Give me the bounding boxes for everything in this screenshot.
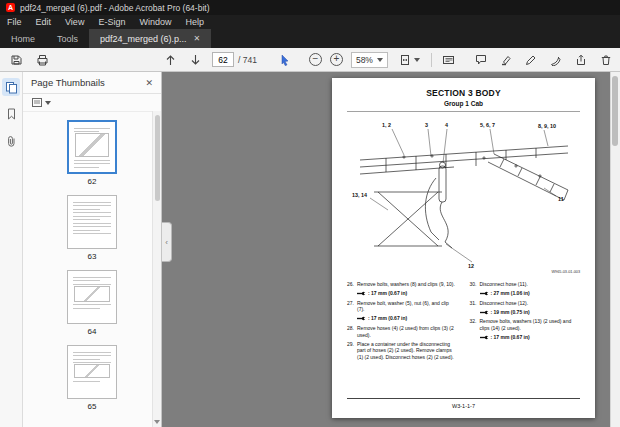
diagram-callout: 12: [468, 263, 474, 269]
spec-text: : 19 mm (0.75 in): [491, 309, 530, 316]
print-icon: [36, 54, 49, 66]
bookmarks-panel-button[interactable]: [2, 105, 20, 123]
pdf-page: SECTION 3 BODY Group 1 Cab: [332, 78, 595, 418]
tab-close-icon[interactable]: ✕: [194, 34, 201, 43]
main-scrollbar[interactable]: [610, 72, 620, 427]
bookmark-icon: [6, 108, 17, 120]
scroll-down-arrow[interactable]: [153, 417, 161, 426]
page-number-input[interactable]: [212, 52, 234, 67]
spec-text: : 17 mm (0.67 in): [368, 290, 407, 297]
instruction-number: 31.: [470, 300, 477, 307]
instruction-item: 30. Disconnect hose (11).: [470, 281, 581, 288]
zoom-level-dropdown[interactable]: 58%: [351, 52, 388, 68]
arrow-up-icon: [165, 54, 176, 66]
thumbnail-page-number: 65: [88, 402, 97, 411]
thumbnail-preview: [67, 345, 117, 399]
instruction-item: 28. Remove hoses (4) (2 used) from clips…: [347, 325, 458, 338]
diagram-callout: 3: [425, 122, 428, 128]
save-button[interactable]: [8, 51, 24, 69]
share-button[interactable]: [573, 51, 589, 69]
wrench-icon: [357, 316, 366, 321]
section-title: SECTION 3 BODY: [332, 78, 595, 98]
zoom-out-button[interactable]: −: [309, 53, 322, 66]
tab-document[interactable]: pdf24_merged (6).p... ✕: [89, 29, 211, 48]
delete-page-button[interactable]: [598, 51, 614, 69]
instruction-item: 27. Remove bolt, washer (5), nut (6), an…: [347, 300, 458, 313]
fit-width-dropdown[interactable]: [399, 51, 420, 69]
menu-file[interactable]: File: [0, 17, 29, 27]
instruction-number: 32.: [470, 318, 477, 325]
thumbnail-options-button[interactable]: [31, 97, 51, 108]
acrobat-logo-icon: A: [6, 3, 15, 12]
instruction-number: 26.: [347, 281, 354, 288]
menu-view[interactable]: View: [58, 17, 91, 27]
panel-scrollbar[interactable]: [152, 111, 161, 427]
thumbnail-page-64[interactable]: 64: [23, 270, 161, 336]
tab-home[interactable]: Home: [0, 29, 46, 48]
zoom-in-button[interactable]: +: [330, 53, 343, 66]
draw-tool-button[interactable]: [523, 51, 539, 69]
page-thumbnails-icon: [5, 81, 18, 94]
window-title: pdf24_merged (6).pdf - Adobe Acrobat Pro…: [20, 3, 209, 13]
trash-icon: [600, 54, 612, 66]
select-tool-button[interactable]: [277, 51, 293, 69]
chevron-down-icon: [377, 58, 383, 62]
instruction-number: 28.: [347, 325, 354, 332]
cursor-icon: [280, 54, 290, 66]
page-display-button[interactable]: [441, 51, 457, 69]
wrench-icon: [480, 310, 489, 315]
diagram-callout: 13, 14: [352, 192, 367, 198]
instruction-body: Disconnect hose (12).: [480, 300, 529, 306]
comment-tool-button[interactable]: [473, 51, 489, 69]
highlight-tool-button[interactable]: [498, 51, 514, 69]
tool-spec: : 27 mm (1.06 in): [480, 290, 581, 297]
instruction-body: Remove bolt, washer (5), nut (6), and cl…: [357, 300, 449, 313]
group-title: Group 1 Cab: [332, 100, 595, 107]
wrench-icon: [480, 335, 489, 340]
sign-tool-button[interactable]: [548, 51, 564, 69]
panel-collapse-handle[interactable]: ‹: [162, 222, 172, 262]
thumbnails-panel-button[interactable]: [2, 78, 20, 96]
save-icon: [10, 54, 22, 66]
tab-tools-label: Tools: [57, 34, 78, 44]
acrobat-window: A pdf24_merged (6).pdf - Adobe Acrobat P…: [0, 0, 620, 427]
panel-scrollbar-thumb[interactable]: [155, 115, 160, 201]
zoom-level-label: 58%: [356, 55, 373, 65]
main-scrollbar-thumb[interactable]: [612, 76, 618, 146]
tab-document-label: pdf24_merged (6).p...: [100, 34, 187, 44]
thumbnail-list: 62 63 64 65: [23, 112, 161, 427]
thumbnail-page-62[interactable]: 62: [23, 120, 161, 186]
attachments-panel-button[interactable]: [2, 132, 20, 150]
thumbnail-page-65[interactable]: 65: [23, 345, 161, 411]
tab-tools[interactable]: Tools: [46, 29, 89, 48]
tab-home-label: Home: [11, 34, 35, 44]
panel-close-icon[interactable]: ✕: [145, 78, 153, 88]
menu-window[interactable]: Window: [132, 17, 178, 27]
menu-esign[interactable]: E-Sign: [91, 17, 132, 27]
thumbnail-preview: [67, 195, 117, 249]
menu-help[interactable]: Help: [178, 17, 211, 27]
tab-bar: Home Tools pdf24_merged (6).p... ✕: [0, 29, 620, 48]
paperclip-icon: [6, 135, 17, 148]
page-down-button[interactable]: [187, 51, 203, 69]
instruction-body: Remove hoses (4) (2 used) from clips (3)…: [357, 325, 454, 338]
instructions-left-column: 26. Remove bolts, washers (8) and clips …: [347, 281, 458, 363]
diagram-callout: 1, 2: [382, 122, 391, 128]
page-up-button[interactable]: [162, 51, 178, 69]
thumbnail-page-63[interactable]: 63: [23, 195, 161, 261]
thumbnail-page-number: 64: [88, 327, 97, 336]
menu-edit[interactable]: Edit: [29, 17, 59, 27]
page-thumbnails-panel: Page Thumbnails ✕ 62: [23, 72, 162, 427]
page-total-label: / 741: [238, 55, 257, 65]
main-toolbar: / 741 − + 58%: [0, 48, 620, 72]
print-button[interactable]: [34, 51, 50, 69]
thumbnail-page-number: 62: [88, 177, 97, 186]
reading-mode-icon: [442, 54, 455, 66]
instruction-body: Remove bolts, washers (8) and clips (9, …: [357, 281, 455, 287]
technical-diagram: 1, 2 3 4 5, 6, 7 8, 9, 10 11 13, 14 12 W…: [344, 115, 583, 277]
diagram-callout: 4: [445, 122, 448, 128]
fountain-pen-icon: [550, 54, 562, 66]
tool-spec: : 17 mm (0.67 in): [480, 334, 581, 341]
menu-bar: File Edit View E-Sign Window Help: [0, 15, 620, 29]
comment-bubble-icon: [475, 54, 487, 66]
